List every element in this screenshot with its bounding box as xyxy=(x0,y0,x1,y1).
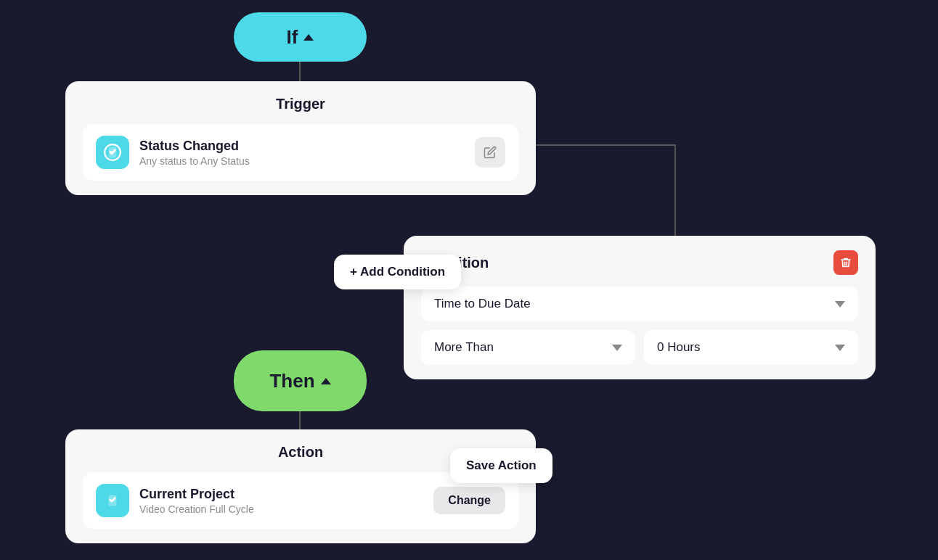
operator-dropdown-value: More Than xyxy=(434,340,494,355)
trigger-text: Status Changed Any status to Any Status xyxy=(139,139,465,167)
action-text: Current Project Video Creation Full Cycl… xyxy=(139,487,423,515)
condition-card: Condition Time to Due Date More Than 0 H… xyxy=(404,236,876,379)
operator-dropdown-chevron xyxy=(612,345,622,351)
change-label: Change xyxy=(448,494,491,506)
action-project-icon xyxy=(96,484,129,517)
then-label: Then xyxy=(269,370,314,392)
delete-condition-button[interactable] xyxy=(833,250,858,275)
trigger-subtitle: Any status to Any Status xyxy=(139,155,465,167)
pencil-icon xyxy=(484,146,497,159)
if-label: If xyxy=(287,26,298,49)
if-button[interactable]: If xyxy=(234,12,367,62)
operator-dropdown[interactable]: More Than xyxy=(421,330,635,365)
value-dropdown-chevron xyxy=(835,345,845,351)
trash-icon xyxy=(840,257,852,268)
add-condition-button[interactable]: + Add Condition xyxy=(334,255,461,289)
action-name: Current Project xyxy=(139,487,423,502)
trigger-card: Trigger Status Changed Any status to Any… xyxy=(65,81,536,195)
field-dropdown[interactable]: Time to Due Date xyxy=(421,287,858,321)
checkmark-svg xyxy=(103,143,122,162)
chevron-up-icon xyxy=(303,34,314,41)
add-condition-label: + Add Condition xyxy=(350,265,445,279)
condition-row: More Than 0 Hours xyxy=(421,330,858,365)
value-dropdown[interactable]: 0 Hours xyxy=(644,330,858,365)
project-svg xyxy=(103,491,122,510)
action-subtitle: Video Creation Full Cycle xyxy=(139,503,423,515)
value-dropdown-value: 0 Hours xyxy=(657,340,701,355)
trigger-item: Status Changed Any status to Any Status xyxy=(83,124,518,181)
trigger-title: Trigger xyxy=(83,96,518,112)
action-card: Action Current Project Video Creation Fu… xyxy=(65,429,536,543)
edit-trigger-button[interactable] xyxy=(475,137,505,168)
condition-header: Condition xyxy=(421,250,858,275)
then-button[interactable]: Then xyxy=(234,350,367,411)
status-changed-icon xyxy=(96,136,129,169)
field-dropdown-chevron xyxy=(835,301,845,308)
save-action-button[interactable]: Save Action xyxy=(450,448,552,483)
field-dropdown-value: Time to Due Date xyxy=(434,297,531,311)
change-action-button[interactable]: Change xyxy=(433,487,505,514)
trigger-name: Status Changed xyxy=(139,139,465,154)
save-action-label: Save Action xyxy=(466,458,537,472)
then-chevron-up-icon xyxy=(321,378,331,384)
scene: If Trigger Status Changed Any status to … xyxy=(0,0,938,560)
